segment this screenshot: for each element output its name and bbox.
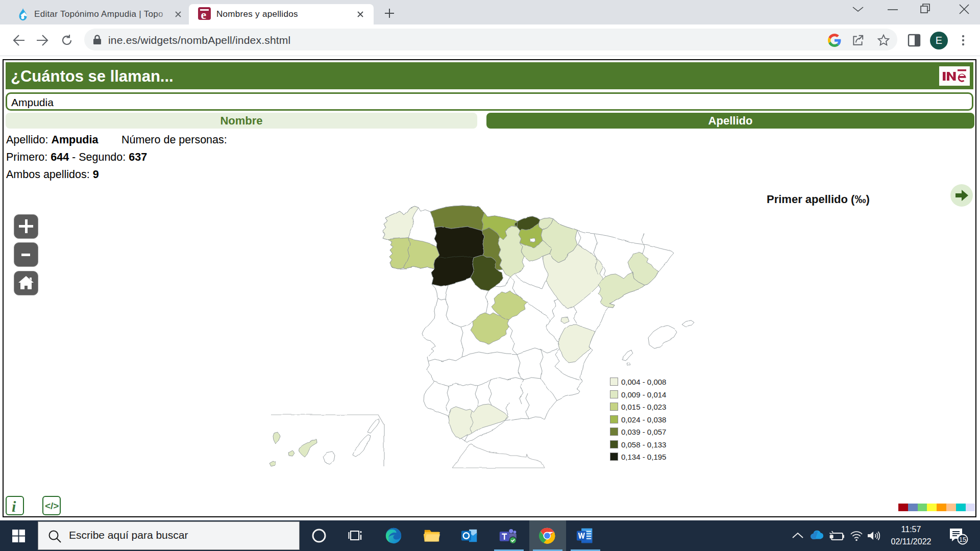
svg-text:15: 15: [959, 536, 966, 543]
